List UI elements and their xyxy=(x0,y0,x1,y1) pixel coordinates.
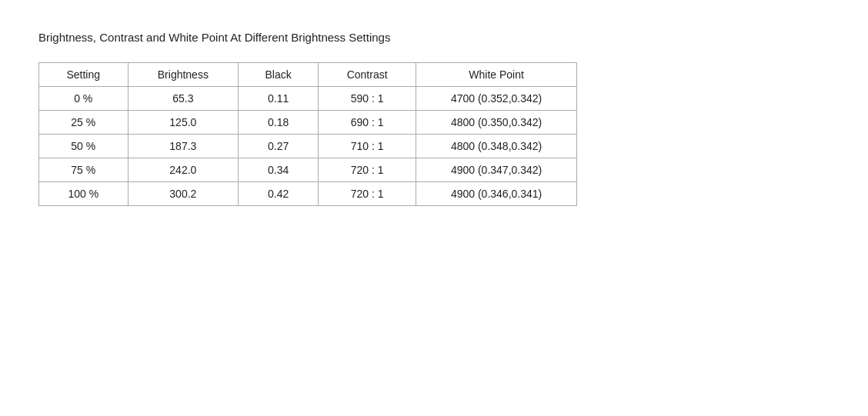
table-column-header: Brightness xyxy=(128,63,239,87)
table-cell: 590 : 1 xyxy=(319,87,416,111)
table-cell: 0 % xyxy=(39,87,129,111)
table-column-header: Setting xyxy=(39,63,129,87)
table-cell: 75 % xyxy=(39,158,129,182)
table-cell: 4900 (0.346,0.341) xyxy=(416,182,577,206)
page-title: Brightness, Contrast and White Point At … xyxy=(38,31,830,44)
table-cell: 300.2 xyxy=(128,182,239,206)
table-cell: 4900 (0.347,0.342) xyxy=(416,158,577,182)
table-row: 25 %125.00.18690 : 14800 (0.350,0.342) xyxy=(39,111,577,135)
table-cell: 0.27 xyxy=(239,135,319,158)
table-row: 100 %300.20.42720 : 14900 (0.346,0.341) xyxy=(39,182,577,206)
table-cell: 0.11 xyxy=(239,87,319,111)
table-body: 0 %65.30.11590 : 14700 (0.352,0.342)25 %… xyxy=(39,87,577,206)
table-cell: 0.18 xyxy=(239,111,319,135)
table-cell: 0.42 xyxy=(239,182,319,206)
table-column-header: Black xyxy=(239,63,319,87)
table-cell: 100 % xyxy=(39,182,129,206)
table-cell: 4800 (0.350,0.342) xyxy=(416,111,577,135)
table-cell: 242.0 xyxy=(128,158,239,182)
table-cell: 720 : 1 xyxy=(319,158,416,182)
table-cell: 720 : 1 xyxy=(319,182,416,206)
table-cell: 187.3 xyxy=(128,135,239,158)
table-cell: 125.0 xyxy=(128,111,239,135)
table-cell: 4800 (0.348,0.342) xyxy=(416,135,577,158)
data-table: SettingBrightnessBlackContrastWhite Poin… xyxy=(38,62,577,206)
table-row: 0 %65.30.11590 : 14700 (0.352,0.342) xyxy=(39,87,577,111)
table-header-row: SettingBrightnessBlackContrastWhite Poin… xyxy=(39,63,577,87)
table-row: 75 %242.00.34720 : 14900 (0.347,0.342) xyxy=(39,158,577,182)
table-cell: 690 : 1 xyxy=(319,111,416,135)
table-cell: 25 % xyxy=(39,111,129,135)
table-cell: 0.34 xyxy=(239,158,319,182)
table-column-header: Contrast xyxy=(319,63,416,87)
table-column-header: White Point xyxy=(416,63,577,87)
table-cell: 4700 (0.352,0.342) xyxy=(416,87,577,111)
table-cell: 65.3 xyxy=(128,87,239,111)
table-row: 50 %187.30.27710 : 14800 (0.348,0.342) xyxy=(39,135,577,158)
table-cell: 710 : 1 xyxy=(319,135,416,158)
table-cell: 50 % xyxy=(39,135,129,158)
